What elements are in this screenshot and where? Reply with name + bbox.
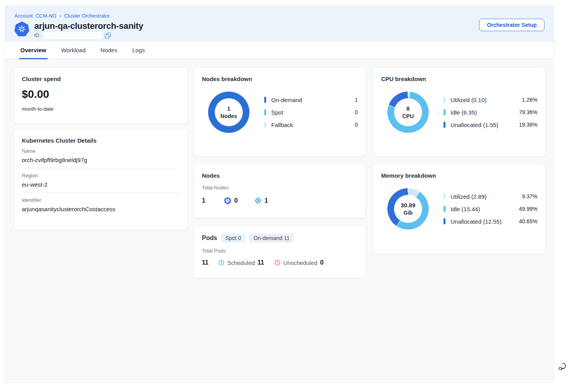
nodes-breakdown-legend: On-demand 1 Spot 0 Fallback 0 <box>264 97 358 128</box>
pods-title: Pods <box>202 235 217 242</box>
legend-label: Utilized (0.10) <box>451 97 522 103</box>
legend-row-unallocated: Unallocated (12.55) 40.65% <box>444 218 537 225</box>
legend-swatch <box>444 122 445 128</box>
donut-center-value: 30.89 <box>401 202 415 208</box>
legend-label: On-demand <box>271 97 355 103</box>
memory-donut-chart: 30.89 Gib <box>387 188 429 230</box>
legend-swatch <box>264 97 266 103</box>
copy-icon[interactable] <box>105 33 111 39</box>
total-nodes-value: 1 <box>202 197 205 204</box>
cluster-spend-card: Cluster spend $0.00 month-to-date <box>14 68 187 124</box>
legend-value: 1.26% <box>522 97 537 103</box>
legend-label: Fallback <box>271 122 355 128</box>
on-demand-pods-badge: On-demand 11 <box>249 233 294 243</box>
legend-swatch <box>264 122 266 128</box>
scheduled-count: 11 <box>258 259 264 266</box>
legend-label: Spot <box>271 109 355 116</box>
memory-breakdown-title: Memory breakdown <box>381 172 537 179</box>
legend-label: Unallocated (12.55) <box>451 218 519 225</box>
on-demand-nodes-group: 1 <box>254 197 268 205</box>
legend-value: 0 <box>355 122 358 128</box>
legend-label: Unallocated (1.55) <box>451 122 519 128</box>
tab-logs[interactable]: Logs <box>131 42 146 59</box>
breadcrumb-separator: › <box>60 13 61 19</box>
legend-row-on-demand: On-demand 1 <box>264 97 358 103</box>
legend-swatch <box>444 109 445 115</box>
donut-center-label: Nodes <box>221 113 237 119</box>
legend-swatch <box>444 218 445 224</box>
unscheduled-count: 0 <box>320 259 323 266</box>
total-pods-label: Total Pods <box>202 248 358 254</box>
total-pods-value: 11 <box>202 259 209 266</box>
donut-center-value: 8 <box>402 105 414 112</box>
breadcrumb: Account: CCM-NG › Cluster Orchestrator <box>14 13 544 19</box>
memory-breakdown-card: Memory breakdown 30.89 Gib Utilized (2.8… <box>373 164 545 254</box>
scheduled-label: Scheduled <box>227 260 255 266</box>
on-demand-node-icon <box>254 197 262 205</box>
nodes-card: Nodes Total Nodes 1 0 <box>194 164 366 218</box>
tab-workload[interactable]: Workload <box>60 42 87 59</box>
kubernetes-icon <box>14 21 29 36</box>
detail-label: Identifier <box>22 197 180 203</box>
detail-value: orch-cvifpfl9rbg8neldj97g <box>22 157 180 163</box>
legend-value: 49.99% <box>519 206 537 212</box>
legend-swatch <box>444 97 445 103</box>
legend-value: 1 <box>355 97 358 103</box>
tab-overview[interactable]: Overview <box>19 42 48 59</box>
scheduled-pods-group: Scheduled 11 <box>218 259 264 266</box>
memory-breakdown-legend: Utilized (2.89) 9.37% Idle (15.44) 49.99… <box>444 193 537 225</box>
nodes-title: Nodes <box>202 172 358 179</box>
legend-row-idle: Idle (15.44) 49.99% <box>444 206 537 212</box>
breadcrumb-account-link[interactable]: Account: CCM-NG <box>14 13 57 19</box>
legend-row-utilized: Utilized (2.89) 9.37% <box>444 193 537 200</box>
unscheduled-label: Unscheduled <box>283 260 318 266</box>
detail-row-region: Region eu-west-2 <box>22 168 180 193</box>
unscheduled-clock-icon <box>274 260 281 266</box>
title-row: arjun-qa-clusterorch-sanity ID: <box>14 21 544 39</box>
app-window: Account: CCM-NG › Cluster Orchestrator <box>5 5 554 383</box>
orchestrator-setup-button[interactable]: Orchestrator Setup <box>479 19 544 31</box>
detail-value: arjunqasanityclusterorchCostaccess <box>22 206 180 212</box>
nodes-donut-chart: 1 Nodes <box>208 92 249 133</box>
legend-value: 9.37% <box>522 193 537 200</box>
overview-content: Cluster spend $0.00 month-to-date Kubern… <box>5 59 554 383</box>
scheduled-clock-icon <box>218 260 224 266</box>
breadcrumb-cluster-orchestrator-link[interactable]: Cluster Orchestrator <box>64 13 110 19</box>
spot-node-icon <box>224 197 231 205</box>
unscheduled-pods-group: Unscheduled 0 <box>274 259 323 266</box>
spot-nodes-count: 0 <box>234 197 238 204</box>
id-label: ID: <box>34 33 40 38</box>
donut-center-label: Gib <box>401 210 415 216</box>
cpu-donut-chart: 8 CPU <box>387 92 429 133</box>
spot-nodes-group: 0 <box>224 197 238 205</box>
page-title: arjun-qa-clusterorch-sanity <box>34 21 143 31</box>
legend-row-fallback: Fallback 0 <box>264 122 358 128</box>
cluster-id-value <box>43 32 102 39</box>
detail-label: Name <box>22 148 180 154</box>
nodes-breakdown-title: Nodes breakdown <box>202 76 358 82</box>
legend-swatch <box>444 193 445 200</box>
total-nodes-label: Total Nodes <box>202 185 358 191</box>
spot-pods-badge: Spot 0 <box>221 233 245 243</box>
legend-value: 19.38% <box>519 122 537 128</box>
cpu-breakdown-legend: Utilized (0.10) 1.26% Idle (6.35) 79.36%… <box>444 97 537 128</box>
legend-row-idle: Idle (6.35) 79.36% <box>444 109 537 116</box>
tab-bar: Overview Workload Nodes Logs <box>5 42 554 59</box>
cluster-spend-title: Cluster spend <box>22 76 180 82</box>
legend-label: Idle (15.44) <box>451 206 519 212</box>
detail-value: eu-west-2 <box>22 181 180 188</box>
legend-value: 40.65% <box>519 218 537 224</box>
legend-label: Idle (6.35) <box>451 109 519 116</box>
tab-nodes[interactable]: Nodes <box>99 42 118 59</box>
cluster-spend-amount: $0.00 <box>22 88 180 101</box>
nodes-breakdown-card: Nodes breakdown 1 Nodes On-demand 1 <box>194 68 366 157</box>
legend-value: 0 <box>355 109 358 115</box>
legend-swatch <box>264 109 266 115</box>
chat-help-icon[interactable] <box>557 362 567 372</box>
legend-swatch <box>444 206 445 212</box>
legend-value: 79.36% <box>519 109 537 115</box>
pods-card: Pods Spot 0 On-demand 11 Total Pods 11 <box>194 226 366 278</box>
kubernetes-cluster-details-card: Kubernetes Cluster Details Name orch-cvi… <box>14 129 187 230</box>
cluster-spend-period: month-to-date <box>22 106 180 112</box>
on-demand-nodes-count: 1 <box>265 197 268 204</box>
